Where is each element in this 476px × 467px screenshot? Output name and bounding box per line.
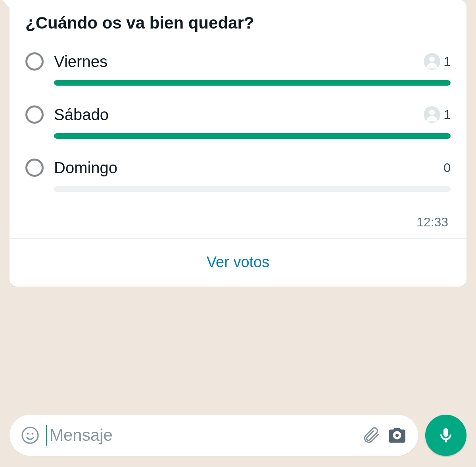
poll-option[interactable]: Viernes 1	[25, 52, 451, 86]
radio-unchecked-icon[interactable]	[25, 52, 44, 71]
poll-bar-track	[54, 80, 451, 86]
radio-unchecked-icon[interactable]	[25, 159, 44, 177]
poll-option-row: Domingo 0	[25, 159, 451, 177]
svg-point-1	[429, 57, 435, 62]
poll-vote-meta: 1	[424, 106, 451, 123]
message-wrapper: ¿Cuándo os va bien quedar? Viernes 1	[0, 0, 476, 287]
poll-option[interactable]: Domingo 0	[25, 159, 451, 192]
poll-bar-fill	[54, 80, 451, 86]
poll-vote-meta: 1	[424, 53, 451, 70]
message-timestamp: 12:33	[25, 212, 451, 238]
poll-bar-track	[54, 133, 451, 139]
poll-option-label: Sábado	[54, 106, 413, 124]
camera-icon[interactable]	[387, 425, 407, 445]
svg-point-7	[27, 433, 29, 435]
bubble-tail	[2, 0, 10, 9]
poll-option-label: Viernes	[54, 53, 413, 71]
svg-point-9	[395, 434, 399, 437]
poll-vote-count: 1	[443, 54, 451, 69]
svg-point-8	[32, 433, 34, 435]
view-votes-button[interactable]: Ver votos	[25, 239, 451, 287]
radio-unchecked-icon[interactable]	[25, 105, 44, 124]
poll-bar-fill	[54, 133, 451, 139]
voter-avatar-icon	[424, 53, 440, 70]
poll-option-row: Sábado 1	[25, 105, 451, 124]
voter-avatar-icon	[424, 106, 440, 123]
composer-bar	[10, 415, 466, 456]
poll-option-row: Viernes 1	[25, 52, 451, 71]
svg-point-6	[22, 427, 38, 443]
composer-pill	[10, 415, 418, 456]
poll-option[interactable]: Sábado 1	[25, 105, 451, 139]
poll-option-label: Domingo	[54, 159, 432, 177]
poll-vote-meta: 0	[443, 161, 451, 175]
attach-icon[interactable]	[361, 425, 381, 445]
voice-record-button[interactable]	[425, 415, 466, 456]
poll-question: ¿Cuándo os va bien quedar?	[25, 13, 451, 33]
poll-vote-count: 1	[443, 107, 451, 122]
emoji-icon[interactable]	[21, 426, 40, 445]
svg-point-3	[429, 110, 435, 115]
poll-vote-count: 0	[443, 161, 451, 175]
poll-message-bubble: ¿Cuándo os va bien quedar? Viernes 1	[10, 0, 466, 287]
message-input[interactable]	[46, 425, 355, 446]
poll-bar-track	[54, 186, 451, 192]
